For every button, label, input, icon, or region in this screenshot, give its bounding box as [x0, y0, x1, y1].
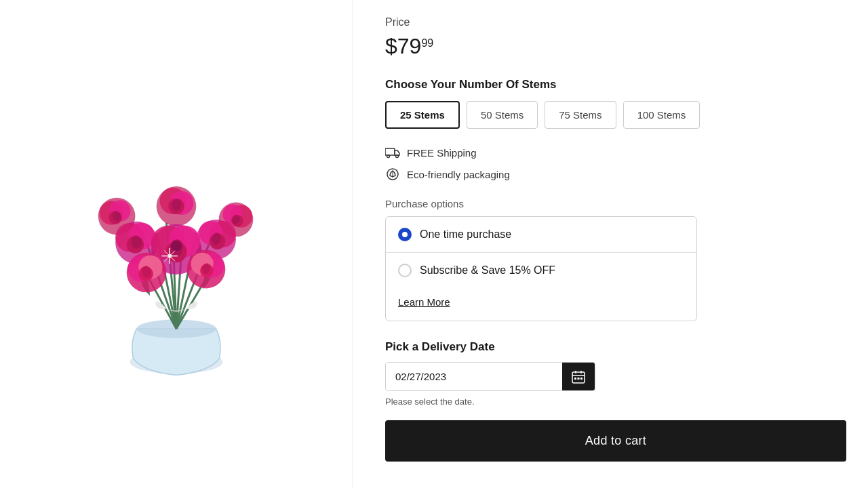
features-section: FREE Shipping Eco-friendly packaging — [385, 145, 835, 182]
svg-point-59 — [396, 155, 399, 158]
feature-shipping: FREE Shipping — [385, 145, 835, 160]
svg-rect-68 — [580, 378, 583, 380]
stems-options: 25 Stems 50 Stems 75 Stems 100 Stems — [385, 101, 835, 129]
one-time-label: One time purchase — [420, 228, 511, 241]
truck-icon — [385, 145, 400, 160]
price-section: Price $7999 — [385, 16, 835, 59]
stem-option-75[interactable]: 75 Stems — [545, 101, 616, 129]
product-image — [47, 104, 305, 388]
purchase-options-box: One time purchase Subscribe & Save 15% O… — [385, 216, 697, 321]
svg-rect-66 — [574, 378, 576, 380]
radio-subscribe[interactable] — [398, 264, 412, 277]
calendar-icon — [572, 370, 585, 384]
stem-option-25[interactable]: 25 Stems — [385, 101, 460, 129]
details-panel: Price $7999 Choose Your Number Of Stems … — [353, 0, 868, 488]
leaf-icon — [385, 167, 400, 182]
svg-rect-67 — [578, 378, 580, 380]
subscribe-label: Subscribe & Save 15% OFF — [420, 264, 555, 277]
stem-option-50[interactable]: 50 Stems — [467, 101, 538, 129]
learn-more-row: Learn More — [386, 288, 696, 321]
learn-more-link[interactable]: Learn More — [398, 296, 450, 308]
svg-rect-57 — [385, 148, 395, 155]
purchase-option-subscribe[interactable]: Subscribe & Save 15% OFF — [386, 253, 696, 288]
radio-one-time[interactable] — [398, 228, 412, 241]
date-hint: Please select the date. — [385, 396, 835, 407]
svg-point-56 — [167, 253, 172, 258]
calendar-button[interactable] — [562, 363, 595, 390]
price-dollars: $79 — [385, 34, 421, 58]
add-to-cart-section: Add to cart — [385, 420, 835, 462]
price-display: $7999 — [385, 34, 835, 59]
product-image-panel — [0, 0, 353, 488]
eco-text: Eco-friendly packaging — [407, 169, 510, 180]
stems-label: Choose Your Number Of Stems — [385, 78, 835, 92]
svg-point-58 — [387, 155, 390, 158]
price-cents: 99 — [421, 37, 433, 49]
shipping-text: FREE Shipping — [407, 147, 477, 159]
date-input[interactable] — [386, 363, 562, 390]
price-label: Price — [385, 16, 835, 28]
delivery-section: Pick a Delivery Date Please select the d — [385, 340, 835, 407]
delivery-label: Pick a Delivery Date — [385, 340, 835, 354]
purchase-options-section: Purchase options One time purchase Subsc… — [385, 198, 835, 321]
svg-point-41 — [171, 241, 182, 251]
purchase-options-label: Purchase options — [385, 198, 835, 209]
add-to-cart-button[interactable]: Add to cart — [385, 420, 846, 462]
stem-option-100[interactable]: 100 Stems — [623, 101, 701, 129]
feature-eco: Eco-friendly packaging — [385, 167, 835, 182]
date-input-container — [385, 362, 595, 391]
product-image-container — [34, 100, 319, 392]
stems-section: Choose Your Number Of Stems 25 Stems 50 … — [385, 78, 835, 129]
purchase-option-one-time[interactable]: One time purchase — [386, 217, 696, 253]
